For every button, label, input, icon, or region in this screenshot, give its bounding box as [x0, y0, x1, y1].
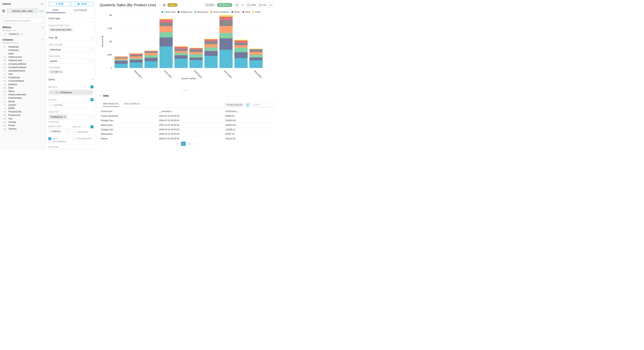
bar-segment [250, 60, 262, 68]
legend-item[interactable]: Vintage Cars [178, 11, 192, 13]
metric-label: COUNT(*) [9, 33, 19, 35]
export-csv-button[interactable]: .CSV [257, 3, 268, 7]
add-metric-button[interactable]: + [90, 85, 94, 88]
add-filter-dropzone[interactable]: + Add filter [48, 102, 94, 108]
visualization-type-value[interactable]: Time-series Bar Chart [48, 28, 73, 32]
column-item[interactable]: ABCProductLine [0, 113, 46, 117]
column-item[interactable]: #OrderLineNumber [0, 93, 46, 96]
clear-icon[interactable]: × [88, 60, 89, 62]
export-json-button[interactable]: .JSON [246, 3, 258, 7]
time-section-header[interactable]: Timei [48, 36, 94, 41]
column-item[interactable]: ABCPhone [0, 124, 46, 127]
legend-item[interactable]: Trains [252, 11, 261, 13]
collapse-panel-icon[interactable]: ⇤ [41, 2, 43, 5]
chart-menu-button[interactable]: ≡ [268, 3, 273, 7]
column-item[interactable]: ABCTerritory [0, 127, 46, 131]
dataset-name[interactable]: cleaned_sales_data [6, 8, 38, 13]
metric-chip[interactable]: × f(x) SUM(Sales) › [49, 90, 93, 95]
column-item[interactable]: ABCCountry [0, 120, 46, 124]
column-item[interactable]: ABCState [0, 86, 46, 89]
column-item[interactable]: ◷OrderDate [0, 45, 46, 48]
legend-item[interactable]: Ships [242, 11, 250, 13]
column-item[interactable]: PriceEach [0, 48, 46, 52]
column-item[interactable]: ABCPostalCode [0, 76, 46, 79]
column-item[interactable]: #QuantityOrdered [0, 69, 46, 72]
search-metrics-columns-input[interactable] [2, 18, 44, 23]
fx-icon: f(x) [56, 91, 59, 94]
copy-data-button[interactable] [246, 103, 250, 107]
legend-item[interactable]: Trucks and Buses [210, 11, 229, 13]
favorite-star-icon[interactable]: ☆ [158, 3, 161, 7]
query-section-header[interactable]: Query [48, 78, 94, 82]
remove-metric-icon[interactable]: × [49, 91, 54, 94]
sort-descending-checkbox[interactable]: ✓ [48, 137, 51, 140]
tab-customize[interactable]: CUSTOMIZE [65, 8, 96, 13]
table-column-header[interactable]: __timestamp [159, 110, 225, 113]
panel-resize-handle[interactable] [183, 90, 189, 92]
chevron-up-icon[interactable] [42, 27, 44, 28]
column-item[interactable]: #Year [0, 72, 46, 76]
column-item[interactable]: #MSRP [0, 107, 46, 110]
time-column-select[interactable]: OrderDate [48, 47, 94, 52]
sort-by-dropzone[interactable]: + Add metric [72, 129, 94, 135]
column-item[interactable]: #Quarter [0, 103, 46, 107]
pagination-page[interactable]: 2 [188, 143, 191, 145]
add-filter-button[interactable]: + [90, 98, 94, 101]
results-search-input[interactable] [252, 102, 274, 107]
file-icon [259, 4, 261, 6]
legend-item[interactable]: Classic Cars [162, 11, 176, 13]
metric-item-count[interactable]: f COUNT(*) ? [0, 31, 46, 35]
column-item[interactable]: Sales [0, 52, 46, 55]
time-grain-select[interactable]: quarter × [48, 58, 94, 64]
contribution-checkbox[interactable] [72, 137, 75, 140]
plus-icon: + [51, 104, 52, 107]
edit-properties-icon[interactable] [163, 4, 166, 6]
bar-segment [204, 41, 218, 44]
time-range-value[interactable]: -∞ ≤ col < ∞ [48, 70, 64, 74]
column-item[interactable]: ABCContactFirstName [0, 66, 46, 69]
data-section-header[interactable]: Data [100, 94, 109, 97]
table-column-header[interactable]: ProductLine [101, 110, 159, 113]
column-item[interactable]: ABCAddressLine2 [0, 59, 46, 62]
bar-segment [204, 39, 218, 39]
column-item[interactable]: ABCCustomerName [0, 79, 46, 83]
column-item[interactable]: ABCAddressLine1 [0, 55, 46, 59]
legend-item[interactable]: Motorcycles [194, 11, 208, 13]
chevron-up-icon[interactable] [42, 39, 44, 41]
divider [96, 107, 276, 108]
pagination-prev[interactable]: « [176, 142, 178, 145]
embed-code-button[interactable]: </> [240, 3, 246, 7]
remove-chip-icon[interactable]: ✕ [64, 116, 66, 118]
column-item[interactable]: #Month [0, 100, 46, 103]
copy-link-button[interactable] [234, 3, 240, 7]
expand-metric-icon[interactable]: › [89, 91, 93, 94]
bar-segment [250, 49, 262, 52]
group-by-select[interactable]: ProductLine ✕ × [48, 114, 94, 120]
pagination-next[interactable]: » [194, 142, 196, 145]
pagination-page[interactable]: 1 [181, 141, 186, 146]
run-button[interactable]: RUN [48, 2, 71, 6]
column-item[interactable]: ABCCity [0, 117, 46, 120]
group-by-chip[interactable]: ProductLine ✕ [49, 115, 67, 119]
column-item[interactable]: ABCStatus [0, 89, 46, 93]
tab-view-samples[interactable]: VIEW SAMPLES [124, 103, 140, 107]
save-button[interactable]: SAVE [71, 2, 93, 6]
legend-item[interactable]: Planes [232, 11, 240, 13]
altered-badge[interactable]: Altered [167, 3, 177, 7]
tab-data[interactable]: DATA [46, 8, 65, 13]
column-item[interactable]: ABCContactLastName [0, 62, 46, 66]
series-limit-select[interactable]: 7 option(s) [48, 128, 70, 134]
chart-type-section-header[interactable]: Chart Type [48, 17, 94, 21]
row-limit-select[interactable]: 10000 × [48, 149, 94, 150]
add-sort-metric-button[interactable]: + [90, 125, 94, 128]
table-column-header[interactable]: SUM(Sales) [225, 110, 272, 113]
column-item[interactable]: ABCDealSize [0, 83, 46, 86]
dataset-options-menu[interactable]: ●●● [40, 10, 44, 12]
bar-segment [220, 20, 232, 26]
tab-view-results[interactable]: VIEW RESULTS [103, 103, 118, 107]
column-item[interactable]: #OrderNumber [0, 96, 46, 100]
column-item[interactable]: ABCProductCode [0, 110, 46, 113]
bar-segment [144, 55, 158, 58]
table-column-label: __timestamp [159, 110, 171, 113]
clear-icon[interactable]: × [88, 116, 89, 118]
